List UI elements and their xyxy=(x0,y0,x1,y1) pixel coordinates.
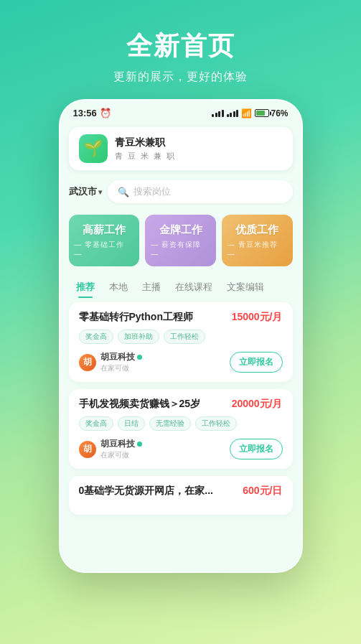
job-top-1: 零基础转行Python工程师 15000元/月 xyxy=(79,311,283,324)
job-bottom-1: 胡 胡豆科技 在家可做 立即报名 xyxy=(79,351,283,373)
work-location-1: 在家可做 xyxy=(100,363,142,373)
status-bar: 13:56 ⏰ 📶 76% xyxy=(60,101,301,123)
search-placeholder: 搜索岗位 xyxy=(133,185,171,198)
job-top-2: 手机发视频卖货赚钱＞25岁 20000元/月 xyxy=(79,398,283,411)
company-info-1: 胡 胡豆科技 在家可做 xyxy=(79,351,142,373)
chevron-down-icon: ▾ xyxy=(98,188,102,196)
search-bar[interactable]: 🔍 搜索岗位 xyxy=(108,180,293,203)
battery-indicator: 76% xyxy=(255,108,288,118)
job-card-3: 0基础学无货源开网店，在家... 600元/日 xyxy=(69,476,293,515)
page-subtitle: 更新的展示，更好的体验 xyxy=(113,70,248,85)
app-icon: 🌱 xyxy=(79,134,108,163)
verified-icon-2 xyxy=(137,442,142,447)
signal-icon xyxy=(212,110,224,117)
app-name: 青豆米兼职 xyxy=(115,136,176,149)
city-name: 武汉市 xyxy=(69,185,97,198)
status-left: 13:56 ⏰ xyxy=(73,108,111,118)
tag-easy: 工作轻松 xyxy=(164,330,205,344)
company-name-1: 胡豆科技 xyxy=(100,351,142,363)
app-sub: 青 豆 米 兼 职 xyxy=(115,151,176,162)
cat-title-hegemon: 高薪工作 xyxy=(83,223,126,237)
tag-supplement: 加班补助 xyxy=(118,330,159,344)
job-salary-2: 20000元/月 xyxy=(232,398,283,411)
company-info-2: 胡 胡豆科技 在家可做 xyxy=(79,438,142,460)
header-section: 全新首页 更新的展示，更好的体验 xyxy=(99,0,262,99)
cat-sub-gold: — 薪资有保障 — xyxy=(151,240,210,258)
category-card-hegemon[interactable]: 高薪工作 — 零基础工作 — xyxy=(69,215,140,266)
company-avatar-2: 胡 xyxy=(79,441,96,458)
battery-percent: 76% xyxy=(271,108,288,118)
phone-mockup: 13:56 ⏰ 📶 76% xyxy=(59,99,303,573)
cat-title-gold: 金牌工作 xyxy=(159,223,202,237)
job-card-2: 手机发视频卖货赚钱＞25岁 20000元/月 奖金高 日结 无需经验 工作轻松 … xyxy=(69,389,293,469)
search-area: 武汉市 ▾ 🔍 搜索岗位 xyxy=(60,174,301,209)
alarm-icon: ⏰ xyxy=(100,108,111,118)
job-title-1: 零基础转行Python工程师 xyxy=(79,311,226,324)
job-tags-2: 奖金高 日结 无需经验 工作轻松 xyxy=(79,416,283,431)
tag-daily: 日结 xyxy=(118,416,145,431)
search-icon: 🔍 xyxy=(118,187,129,197)
tab-online[interactable]: 在线课程 xyxy=(168,276,220,298)
signal-icon-2 xyxy=(227,110,239,117)
job-top-3: 0基础学无货源开网店，在家... 600元/日 xyxy=(79,485,283,498)
notification-text: 青豆米兼职 青 豆 米 兼 职 xyxy=(115,136,176,162)
category-cards: 高薪工作 — 零基础工作 — 金牌工作 — 薪资有保障 — 优质工作 — 青豆米… xyxy=(60,209,301,272)
wifi-icon: 📶 xyxy=(241,108,252,118)
cat-sub-quality: — 青豆米推荐 — xyxy=(228,240,287,258)
battery-fill xyxy=(256,111,265,116)
category-card-quality[interactable]: 优质工作 — 青豆米推荐 — xyxy=(222,215,293,266)
tag-noexp: 无需经验 xyxy=(149,416,191,431)
tab-anchor[interactable]: 主播 xyxy=(135,276,168,298)
job-list: 零基础转行Python工程师 15000元/月 奖金高 加班补助 工作轻松 胡 … xyxy=(60,299,301,525)
tab-copywriter[interactable]: 文案编辑 xyxy=(220,276,271,298)
verified-icon-1 xyxy=(137,355,142,360)
company-details-1: 胡豆科技 在家可做 xyxy=(100,351,142,373)
company-avatar-1: 胡 xyxy=(79,354,96,371)
company-details-2: 胡豆科技 在家可做 xyxy=(100,438,142,460)
app-icon-emoji: 🌱 xyxy=(83,139,103,158)
job-card-1: 零基础转行Python工程师 15000元/月 奖金高 加班补助 工作轻松 胡 … xyxy=(69,302,293,382)
company-name-2: 胡豆科技 xyxy=(100,438,142,450)
apply-button-1[interactable]: 立即报名 xyxy=(230,352,283,373)
notification-banner: 🌱 青豆米兼职 青 豆 米 兼 职 xyxy=(69,127,293,170)
job-tags-1: 奖金高 加班补助 工作轻松 xyxy=(79,330,283,344)
work-location-2: 在家可做 xyxy=(100,450,142,460)
category-card-gold[interactable]: 金牌工作 — 薪资有保障 — xyxy=(145,215,216,266)
tag-bonus-2: 奖金高 xyxy=(79,416,113,431)
job-salary-1: 15000元/月 xyxy=(232,311,283,324)
city-selector[interactable]: 武汉市 ▾ xyxy=(69,185,102,198)
tag-bonus: 奖金高 xyxy=(79,330,113,344)
job-title-2: 手机发视频卖货赚钱＞25岁 xyxy=(79,398,226,411)
status-right: 📶 76% xyxy=(212,108,288,118)
job-salary-3: 600元/日 xyxy=(243,485,282,498)
job-title-3: 0基础学无货源开网店，在家... xyxy=(79,485,238,498)
apply-button-2[interactable]: 立即报名 xyxy=(230,439,283,459)
tab-local[interactable]: 本地 xyxy=(102,276,135,298)
page-title: 全新首页 xyxy=(113,29,248,64)
tab-recommend[interactable]: 推荐 xyxy=(69,276,102,298)
job-bottom-2: 胡 胡豆科技 在家可做 立即报名 xyxy=(79,438,283,460)
cat-sub-hegemon: — 零基础工作 — xyxy=(75,240,134,258)
tag-easy-2: 工作轻松 xyxy=(195,416,237,431)
cat-title-quality: 优质工作 xyxy=(235,223,278,237)
tab-bar: 推荐 本地 主播 在线课程 文案编辑 xyxy=(60,272,301,299)
battery-icon xyxy=(255,109,269,117)
time-display: 13:56 xyxy=(73,108,97,118)
